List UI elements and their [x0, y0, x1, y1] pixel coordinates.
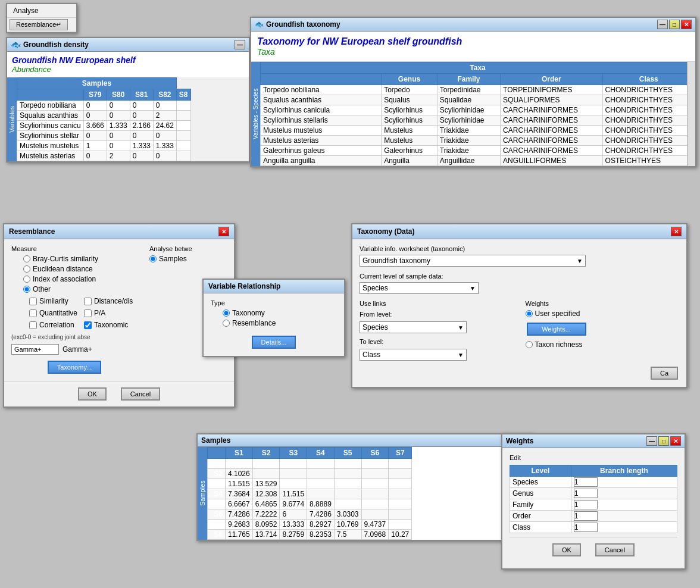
- pa-label: P/A: [94, 309, 105, 317]
- distance-input[interactable]: [84, 298, 92, 305]
- dropdown-arrow: ▼: [458, 324, 464, 331]
- minimize-btn[interactable]: —: [646, 436, 657, 446]
- table-row: Torpedo nobiliana 0 0 0 0: [17, 101, 191, 111]
- var-rel-title: Variable Relationship: [208, 282, 280, 290]
- resemblance-body: Measure Bray-Curtis similarity Euclidean…: [4, 239, 234, 381]
- family-weight-input[interactable]: [574, 500, 598, 509]
- density-row-label: Variables: [7, 77, 17, 161]
- table-row: S6 7.4286 7.2222 6 7.4286 3.0303: [208, 509, 412, 520]
- minimize-btn[interactable]: —: [657, 20, 668, 29]
- current-level-dropdown[interactable]: Species ▼: [360, 282, 479, 294]
- index-assoc-input[interactable]: [23, 276, 30, 283]
- cell: [389, 459, 412, 469]
- class-weight-input[interactable]: [574, 523, 598, 532]
- table-row: Scyliorhinus stellaris Scyliorhinus Scyl…: [261, 115, 695, 126]
- details-button[interactable]: Details...: [252, 336, 296, 349]
- taxonomic-check: Taxonomic: [84, 321, 138, 329]
- close-btn[interactable]: ✕: [671, 227, 682, 236]
- taxonomy-data-title: Taxonomy (Data): [357, 227, 414, 236]
- level-header: Level: [510, 465, 571, 477]
- taxonomy-radio-input[interactable]: [223, 309, 230, 317]
- to-level-dropdown[interactable]: Class ▼: [360, 349, 467, 361]
- distance-check: Distance/dis: [84, 297, 138, 305]
- cancel-button[interactable]: Cancel: [121, 387, 160, 401]
- details-btn-container: Details...: [211, 334, 337, 350]
- pa-input[interactable]: [84, 309, 92, 317]
- worksheet-dropdown[interactable]: Groundfish taxonomy ▼: [360, 255, 586, 267]
- gamma-input[interactable]: [11, 344, 59, 355]
- close-btn[interactable]: ✕: [670, 436, 681, 446]
- cell: CHONDRICHTHYES: [602, 146, 695, 156]
- taxonomic-input[interactable]: [84, 321, 92, 329]
- resemblance-radio-input[interactable]: [223, 320, 230, 327]
- euclidean-input[interactable]: [23, 265, 30, 273]
- taxonomy-scroll[interactable]: Taxa Genus Family Order Class Torpedo no…: [260, 62, 695, 166]
- resemblance-radio-label: Resemblance: [232, 319, 276, 327]
- weight-row: Species: [510, 477, 677, 488]
- resemblance-dialog: Resemblance ✕ Measure Bray-Curtis simila…: [3, 223, 235, 408]
- maximize-btn[interactable]: □: [658, 436, 669, 446]
- correlation-input[interactable]: [29, 321, 37, 329]
- samples-matrix-titlebar: Samples: [198, 434, 532, 447]
- taxon-richness-input[interactable]: [526, 341, 533, 348]
- to-level-label: To level:: [360, 338, 383, 345]
- from-level-dropdown[interactable]: Species ▼: [360, 321, 467, 333]
- density-header: Groundfish NW European shelf Abundance: [7, 52, 249, 77]
- col-s3: S3: [280, 448, 307, 459]
- cancel-button[interactable]: Cancel: [595, 543, 635, 556]
- user-specified-input[interactable]: [526, 310, 533, 317]
- weights-button[interactable]: Weights...: [527, 323, 586, 336]
- samples-matrix-title: Samples: [201, 436, 230, 445]
- genus-weight-input[interactable]: [574, 489, 598, 498]
- bray-curtis-input[interactable]: [23, 255, 30, 262]
- cancel-button[interactable]: Ca: [651, 367, 678, 380]
- taxonomy-btn-container: Taxonomy...: [11, 359, 138, 375]
- col-empty: [17, 89, 84, 101]
- cell: CHONDRICHTHYES: [602, 85, 695, 95]
- taxonomy-button[interactable]: Taxonomy...: [48, 361, 102, 374]
- samples-scroll[interactable]: S1 S2 S3 S4 S5 S6 S7 S1: [207, 447, 532, 540]
- other-radio: Other: [23, 285, 138, 293]
- col-s80: S80: [107, 89, 130, 101]
- similarity-input[interactable]: [29, 298, 37, 305]
- other-input[interactable]: [23, 286, 30, 293]
- cell: CARCHARINIFORMES: [501, 146, 602, 156]
- minimize-btn[interactable]: —: [235, 40, 245, 49]
- resemblance-button[interactable]: Resemblance↵: [10, 19, 68, 30]
- cell: 0: [83, 151, 107, 161]
- cell: 7.4286: [307, 509, 335, 520]
- table-row: S1: [208, 459, 412, 469]
- resemblance-titlebar: Resemblance ✕: [4, 224, 234, 239]
- cell: 0: [130, 151, 153, 161]
- ok-button[interactable]: OK: [552, 543, 581, 556]
- density-scroll[interactable]: Samples S79 S80 S81 S82 S8 Torpedo nobil…: [17, 77, 249, 161]
- ok-button[interactable]: OK: [78, 387, 107, 401]
- species-weight-input[interactable]: [574, 477, 598, 487]
- cell: Anguilla: [382, 156, 438, 166]
- cell: 0: [83, 101, 107, 111]
- cell: CARCHARINIFORMES: [501, 126, 602, 136]
- cell: 10.769: [334, 520, 361, 530]
- col-class: Class: [602, 74, 695, 85]
- menubar: Analyse: [7, 4, 76, 18]
- weights-btn-row: Weights...: [526, 321, 680, 337]
- col-s1: S1: [226, 448, 253, 459]
- quantitative-input[interactable]: [29, 309, 37, 317]
- table-row: Anguilla anguilla Anguilla Anguillidae A…: [261, 156, 695, 166]
- scrollbar[interactable]: [687, 62, 695, 166]
- similarity-label: Similarity: [39, 297, 68, 305]
- col-s7: S7: [389, 448, 412, 459]
- cell: [252, 459, 280, 469]
- maximize-btn[interactable]: □: [669, 20, 680, 29]
- weights-table: Level Branch length Species Genus Family: [510, 465, 677, 533]
- samples-radio-input[interactable]: [149, 255, 157, 262]
- cell: TORPEDINIFORMES: [501, 85, 602, 95]
- row-name: Squalus acanthias: [17, 111, 84, 121]
- close-btn[interactable]: ✕: [681, 20, 692, 29]
- close-btn[interactable]: ✕: [218, 227, 229, 236]
- density-window: 🐟 Groundfish density — Groundfish NW Eur…: [6, 37, 250, 162]
- level-name: Class: [510, 522, 571, 533]
- order-weight-input[interactable]: [574, 511, 598, 521]
- from-level-dropdown-row: Species ▼: [360, 321, 514, 333]
- analyse-menu[interactable]: Analyse: [10, 5, 42, 16]
